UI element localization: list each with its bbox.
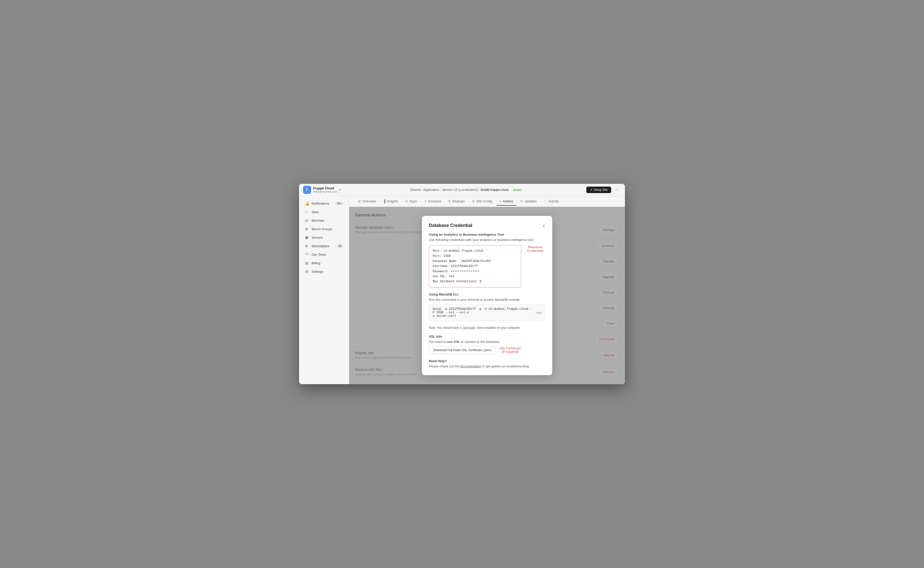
breadcrumb: Shared - Application / Version 15 (Local… [410, 188, 523, 192]
required-label-line2: Credential [527, 249, 543, 253]
tab-actions[interactable]: ≡ Actions [496, 197, 517, 205]
tab-backups-label: Backups [452, 199, 465, 203]
page-content: General Actions Manage database users Ma… [349, 207, 625, 384]
tab-apps[interactable]: ⊡ Apps [402, 197, 420, 205]
actions-icon: ≡ [499, 199, 501, 203]
breadcrumb-part1[interactable]: Shared - Application [410, 188, 439, 192]
credentials-box: Host: n2-mumbai.frappe.cloud Port: 3306 … [429, 245, 521, 287]
cred-db-name: Database Name: _0b630f3e0e7bce69 [433, 259, 517, 264]
sidebar-item-notifications[interactable]: 🔔 Notifications 99+ [301, 199, 347, 207]
tab-activity[interactable]: ♡ Activity [541, 197, 562, 205]
setup-site-button[interactable]: ↗ Setup Site [586, 187, 611, 193]
setup-site-label: Setup Site [594, 188, 607, 192]
tab-insights-label: Insights [387, 199, 398, 203]
tabs: ⊞ Overview ▐ Insights ⊡ Apps ↗ Domains ⊟ [349, 196, 625, 207]
sidebar-item-notifications-label: Notifications [312, 202, 329, 205]
tab-domains[interactable]: ↗ Domains [421, 197, 444, 205]
bell-icon: 🔔 [305, 201, 309, 205]
site-config-icon: ⚙ [472, 199, 475, 203]
cred-use-ssl: Use SSL: Yes [433, 274, 517, 279]
help-section: Need Help? Please check out the document… [429, 359, 545, 368]
status-badge: Active [511, 188, 523, 192]
sidebar-item-marketplace[interactable]: ⊕ Marketplace 98 [301, 242, 347, 250]
cli-section: Using MariaDB CLI Run this command in yo… [429, 293, 545, 321]
modal-overlay[interactable]: Database Credential × Using an Analytics… [349, 207, 625, 384]
tab-actions-label: Actions [503, 199, 514, 203]
ssl-section: SSL Info You need to use SSL to connect … [429, 335, 545, 354]
tab-domains-label: Domains [428, 199, 441, 203]
sites-icon: □ [305, 210, 309, 214]
sidebar-item-settings[interactable]: ⚙ Settings [301, 267, 347, 275]
modal-header: Database Credential × [429, 223, 545, 228]
sidebar: 🔔 Notifications 99+ □ Sites ⊟ Benches ⊞ … [299, 196, 349, 384]
tab-updates[interactable]: ↻ Updates [517, 197, 540, 205]
sidebar-item-dev-tools[interactable]: </> Dev Tools › [301, 251, 347, 258]
sidebar-item-servers-label: Servers [312, 236, 323, 239]
sidebar-item-billing-label: Billing [312, 261, 320, 265]
ssl-label-line2: (If required) [500, 350, 521, 353]
tab-overview[interactable]: ⊞ Overview [355, 197, 379, 205]
cli-desc: Run this command in your terminal to acc… [429, 298, 545, 302]
cred-host: Host: n2-mumbai.frappe.cloud [433, 248, 517, 254]
ssl-label-line1: SSL Certificate [500, 347, 521, 350]
cli-title: Using MariaDB CLI [429, 293, 545, 296]
ssl-label: SSL Certificate (If required) [500, 347, 521, 353]
help-title: Need Help? [429, 359, 545, 363]
analytics-subtitle: Using an Analytics or Business Intellige… [429, 233, 545, 236]
help-desc: Please check out the documentation to ge… [429, 364, 545, 368]
app-logo: F [303, 186, 311, 194]
backups-icon: ⊟ [448, 199, 451, 203]
note-text: Note: You should have a mariadb client i… [429, 326, 545, 329]
credentials-container: Host: n2-mumbai.frappe.cloud Port: 3306 … [429, 245, 545, 287]
tab-overview-label: Overview [362, 199, 376, 203]
cli-command-box: mysql -u 4312f55abc93c7f -p -h n2-mumbai… [429, 304, 545, 321]
database-credential-modal: Database Credential × Using an Analytics… [422, 216, 552, 375]
cred-password: Password: •••••••••••••••• [433, 269, 517, 274]
brand-email: team@erpnext.com [313, 190, 337, 193]
titlebar-actions: ↗ Setup Site ··· [586, 186, 621, 193]
sidebar-item-sites-label: Sites [312, 210, 319, 214]
external-link-icon: ↗ [590, 188, 592, 192]
settings-icon: ⚙ [305, 269, 309, 273]
modal-close-button[interactable]: × [542, 223, 545, 228]
required-label: Required Credential [525, 245, 545, 253]
sidebar-item-billing[interactable]: ▤ Billing [301, 259, 347, 267]
cred-max-connections: Max Database Connections: 8 [433, 279, 517, 284]
sidebar-item-benches-label: Benches [312, 219, 324, 222]
sidebar-item-bench-groups[interactable]: ⊞ Bench Groups [301, 225, 347, 233]
dev-tools-chevron-icon: › [342, 253, 343, 256]
more-button[interactable]: ··· [613, 186, 621, 193]
breadcrumb-site[interactable]: testdb.frappe.cloud [481, 188, 509, 192]
brand-info: Frappe Cloud team@erpnext.com [313, 186, 337, 193]
sidebar-item-settings-label: Settings [312, 270, 323, 273]
sidebar-item-marketplace-label: Marketplace [312, 244, 329, 248]
tab-site-config-label: Site Config [476, 199, 492, 203]
sidebar-item-servers[interactable]: ▣ Servers [301, 233, 347, 242]
ssl-title: SSL Info [429, 335, 545, 338]
brand-name: Frappe Cloud [313, 186, 337, 190]
cred-username: Username: 4312f55abc93c7f [433, 264, 517, 269]
copy-button[interactable]: copy [536, 311, 541, 314]
activity-icon: ♡ [544, 199, 547, 203]
tab-site-config[interactable]: ⚙ Site Config [469, 197, 495, 205]
sidebar-item-bench-groups-label: Bench Groups [312, 227, 332, 231]
sidebar-item-sites[interactable]: □ Sites [301, 208, 347, 216]
tab-activity-label: Activity [548, 199, 559, 203]
notifications-badge: 99+ [336, 202, 343, 205]
tab-updates-label: Updates [525, 199, 537, 203]
marketplace-icon: ⊕ [305, 244, 309, 248]
bench-groups-icon: ⊞ [305, 227, 309, 231]
modal-title: Database Credential [429, 223, 472, 228]
brand-chevron-icon[interactable]: ▾ [339, 188, 341, 192]
ssl-download-button[interactable]: Download Full Chain SSL Certificate (.pe… [429, 346, 495, 354]
sidebar-item-benches[interactable]: ⊟ Benches [301, 216, 347, 224]
documentation-link[interactable]: documentation [460, 364, 481, 368]
tab-insights[interactable]: ▐ Insights [380, 197, 401, 205]
tab-backups[interactable]: ⊟ Backups [445, 197, 468, 205]
billing-icon: ▤ [305, 261, 309, 265]
updates-icon: ↻ [520, 199, 523, 203]
tab-apps-label: Apps [409, 199, 417, 203]
breadcrumb-part2[interactable]: Version 15 (Localisation) [442, 188, 478, 192]
overview-icon: ⊞ [358, 199, 361, 203]
apps-icon: ⊡ [405, 199, 408, 203]
